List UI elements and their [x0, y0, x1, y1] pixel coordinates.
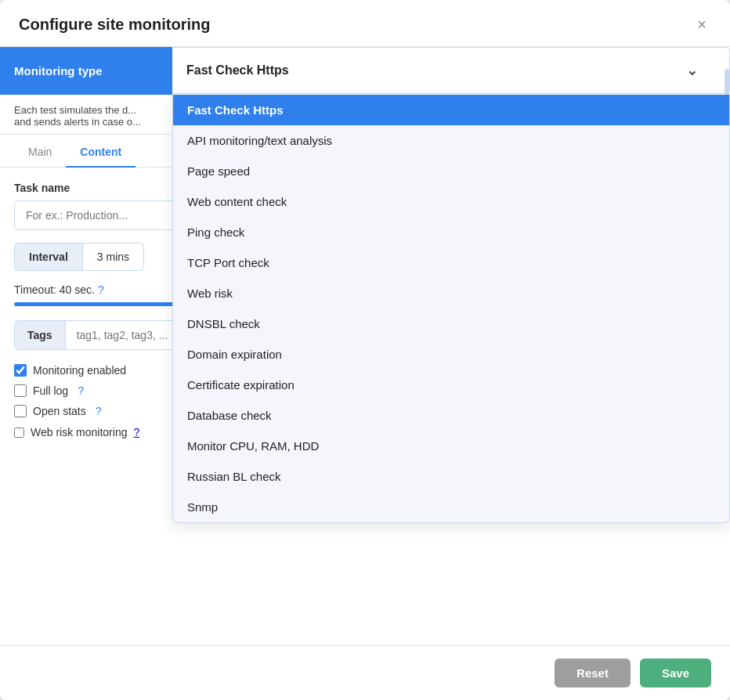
interval-value: 3 mins	[83, 243, 144, 271]
dropdown-item-dnsbl-check[interactable]: DNSBL check	[173, 309, 729, 339]
tags-label-btn[interactable]: Tags	[15, 321, 66, 349]
dropdown-item-fast-check-https[interactable]: Fast Check Https	[173, 95, 729, 125]
open-stats-label: Open stats	[33, 405, 86, 417]
dropdown-item-russian-bl-check[interactable]: Russian BL check	[173, 461, 729, 492]
dropdown-item-web-content-check[interactable]: Web content check	[173, 186, 729, 217]
dialog-title: Configure site monitoring	[19, 16, 210, 34]
description-line2: and sends alerts in case o...	[14, 116, 141, 128]
save-button[interactable]: Save	[640, 659, 711, 687]
monitoring-enabled-checkbox[interactable]	[14, 364, 27, 377]
web-risk-help-link[interactable]: ?	[133, 426, 139, 438]
monitoring-type-select-wrapper: Fast Check Https ⌄ Fast Check Https API …	[172, 47, 730, 95]
timeout-help-link[interactable]: ?	[98, 283, 104, 296]
dropdown-item-snmp[interactable]: Snmp	[173, 492, 729, 522]
timeout-label: Timeout: 40 sec.	[14, 283, 95, 296]
reset-button[interactable]: Reset	[555, 659, 631, 687]
full-log-checkbox[interactable]	[14, 384, 27, 397]
dropdown-item-domain-expiration[interactable]: Domain expiration	[173, 339, 729, 370]
monitoring-enabled-label: Monitoring enabled	[33, 364, 126, 377]
dropdown-item-api-monitoring[interactable]: API monitoring/text analysis	[173, 125, 729, 156]
dropdown-item-database-check[interactable]: Database check	[173, 400, 729, 431]
description-line1: Each test simulates the d...	[14, 104, 136, 116]
dropdown-item-tcp-port-check[interactable]: TCP Port check	[173, 247, 729, 278]
dropdown-item-ping-check[interactable]: Ping check	[173, 217, 729, 247]
chevron-down-icon: ⌄	[686, 62, 698, 79]
monitoring-type-row: Monitoring type Fast Check Https ⌄ Fast …	[0, 47, 730, 95]
web-risk-monitoring-checkbox[interactable]	[14, 428, 24, 438]
selected-option-label: Fast Check Https	[186, 63, 289, 78]
open-stats-checkbox[interactable]	[14, 405, 27, 417]
configure-dialog: Configure site monitoring × Monitoring t…	[0, 0, 730, 700]
close-button[interactable]: ×	[692, 14, 711, 35]
full-log-help-link[interactable]: ?	[78, 384, 84, 397]
tab-content[interactable]: Content	[66, 138, 136, 168]
tab-main[interactable]: Main	[14, 138, 66, 168]
full-log-label: Full log	[33, 384, 68, 397]
web-risk-monitoring-label: Web risk monitoring	[31, 426, 127, 438]
dropdown-item-page-speed[interactable]: Page speed	[173, 156, 729, 186]
dialog-footer: Reset Save	[0, 645, 730, 700]
dropdown-list: Fast Check Https API monitoring/text ana…	[172, 95, 730, 523]
dialog-header: Configure site monitoring ×	[0, 0, 730, 47]
dropdown-item-certificate-expiration[interactable]: Certificate expiration	[173, 370, 729, 400]
open-stats-help-link[interactable]: ?	[96, 405, 102, 417]
monitoring-type-label: Monitoring type	[0, 47, 172, 95]
interval-button[interactable]: Interval	[14, 243, 83, 271]
monitoring-type-select-btn[interactable]: Fast Check Https ⌄	[172, 47, 730, 94]
dropdown-item-monitor-cpu[interactable]: Monitor CPU, RAM, HDD	[173, 431, 729, 461]
dropdown-item-web-risk[interactable]: Web risk	[173, 278, 729, 309]
web-risk-left: Web risk monitoring ?	[14, 426, 139, 438]
